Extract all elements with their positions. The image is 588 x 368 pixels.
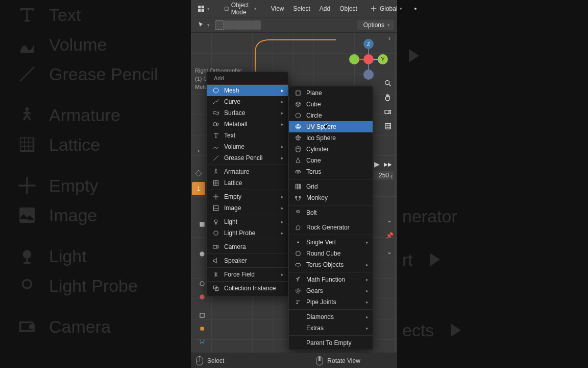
zoom-tool-icon[interactable] — [381, 77, 395, 90]
pivot-dropdown[interactable] — [408, 3, 423, 14]
timeline-edge-icon[interactable]: ‹ — [387, 172, 396, 181]
menu-add[interactable]: Add — [316, 4, 333, 14]
add-menu-volume[interactable]: Volume — [207, 141, 288, 152]
tool-expand-icon[interactable]: › — [192, 144, 205, 157]
axis-x-icon[interactable] — [363, 54, 374, 64]
background-dimmed-left: Text Volume Grease Pencil Armature Latti… — [0, 0, 191, 368]
panel-collapse-2[interactable]: ⌄ — [385, 247, 394, 257]
ico-sphere-icon — [294, 134, 302, 142]
svg-point-38 — [296, 263, 301, 266]
add-menu-light[interactable]: Light — [207, 216, 288, 227]
bolt-icon — [294, 209, 302, 217]
add-menu-collection-instance[interactable]: Collection Instance — [207, 283, 288, 294]
prop-tab-modifiers[interactable] — [196, 323, 208, 335]
svg-rect-1 — [19, 208, 35, 223]
play-button-icon[interactable]: ▶ — [372, 160, 382, 168]
mesh-diamonds[interactable]: Diamonds — [289, 311, 373, 323]
torus-icon — [294, 168, 302, 176]
axis-y-icon[interactable]: Y — [378, 54, 388, 64]
prop-tab-physics[interactable] — [196, 336, 208, 348]
text-icon — [212, 131, 220, 140]
mesh-math-function[interactable]: Math Function — [289, 274, 373, 285]
mesh-parent-to-empty[interactable]: Parent To Empty — [289, 337, 373, 349]
add-menu-grease-pencil[interactable]: Grease Pencil — [207, 152, 288, 164]
add-menu-curve[interactable]: Curve — [207, 96, 288, 107]
math-icon — [294, 275, 302, 284]
add-menu-surface[interactable]: Surface — [207, 107, 288, 119]
svg-rect-23 — [213, 286, 216, 289]
add-menu-camera[interactable]: Camera — [207, 241, 288, 252]
add-menu-light-probe[interactable]: Light Probe — [207, 227, 288, 239]
mouse-left-icon — [196, 356, 203, 365]
add-menu-title: Add — [207, 72, 288, 85]
mesh-torus[interactable]: Torus — [289, 166, 373, 177]
mode-dropdown[interactable]: Object Mode▾ — [221, 0, 260, 17]
svg-point-18 — [215, 169, 216, 170]
mesh-plane[interactable]: Plane — [289, 87, 373, 99]
mesh-extras[interactable]: Extras — [289, 323, 373, 334]
add-menu-armature[interactable]: Armature — [207, 166, 288, 177]
mesh-monkey[interactable]: Monkey — [289, 192, 373, 203]
frame-1-marker[interactable]: 1 — [192, 182, 205, 195]
mesh-grid[interactable]: Grid — [289, 181, 373, 192]
panel-collapse-1[interactable]: ⌄ — [385, 216, 394, 225]
round-cube-icon — [294, 249, 302, 258]
axis-z-icon[interactable]: Z — [363, 39, 374, 49]
axis-neg-x-icon[interactable] — [349, 54, 359, 64]
header-toolbar-2: ▾ Options▾ — [191, 17, 397, 33]
navigation-gizmo[interactable]: Z Y — [349, 36, 388, 75]
mesh-circle[interactable]: Circle — [289, 110, 373, 121]
menu-view[interactable]: View — [268, 4, 287, 14]
status-rotate-label: Rotate View — [327, 357, 360, 364]
armature-icon — [212, 168, 220, 176]
add-menu-text[interactable]: Text — [207, 130, 288, 141]
mesh-round-cube[interactable]: Round Cube — [289, 248, 373, 259]
svg-rect-22 — [213, 245, 217, 248]
panel-pin-icon[interactable]: 📌 — [385, 231, 394, 240]
orientation-dropdown[interactable]: Global▾ — [366, 3, 405, 14]
mesh-cube[interactable]: Cube — [289, 99, 373, 110]
perspective-toggle-icon[interactable] — [381, 120, 395, 133]
add-menu-metaball[interactable]: Metaball — [207, 119, 288, 130]
mesh-cone[interactable]: Cone — [289, 155, 373, 166]
add-menu-force-field[interactable]: Force Field — [207, 269, 288, 280]
svg-point-2 — [23, 250, 32, 259]
menu-select[interactable]: Select — [290, 4, 313, 14]
menu-object[interactable]: Object — [336, 4, 360, 14]
mesh-rock-generator[interactable]: Rock Generator — [289, 222, 373, 233]
mesh-cylinder[interactable]: Cylinder — [289, 144, 373, 155]
add-menu-empty[interactable]: Empty — [207, 191, 288, 202]
keyframe-tool-icon[interactable] — [192, 167, 205, 180]
axis-neg-z-icon[interactable] — [363, 70, 374, 80]
mesh-bolt[interactable]: Bolt — [289, 207, 373, 218]
add-menu-mesh[interactable]: Mesh — [207, 85, 288, 96]
svg-point-21 — [214, 231, 218, 235]
svg-point-7 — [385, 81, 389, 85]
camera-view-icon[interactable] — [381, 105, 395, 119]
speaker-icon — [212, 257, 220, 265]
svg-point-32 — [297, 171, 300, 172]
mesh-ico-sphere[interactable]: Ico Sphere — [289, 132, 373, 144]
add-menu-lattice[interactable]: Lattice — [207, 177, 288, 189]
svg-rect-19 — [213, 205, 218, 210]
mesh-single-vert[interactable]: Single Vert — [289, 237, 373, 248]
mesh-gears[interactable]: Gears — [289, 285, 373, 296]
empty-icon — [212, 193, 220, 201]
select-mode-buttons[interactable] — [215, 20, 261, 30]
add-menu-speaker[interactable]: Speaker — [207, 255, 288, 266]
options-dropdown[interactable]: Options▾ — [357, 20, 394, 30]
svg-point-12 — [200, 282, 204, 286]
play-reverse-icon[interactable]: ▶▶ — [382, 162, 394, 167]
pan-tool-icon[interactable] — [381, 91, 395, 104]
add-menu-image[interactable]: Image — [207, 202, 288, 214]
editor-type-dropdown[interactable]: ▾ — [194, 3, 213, 14]
prop-tab-object[interactable] — [196, 309, 208, 321]
mesh-pipe-joints[interactable]: Pipe Joints — [289, 296, 373, 308]
svg-point-13 — [200, 294, 204, 299]
panel-toggle-icon[interactable]: ‹ — [385, 34, 394, 43]
svg-rect-9 — [385, 124, 391, 129]
rock-icon — [294, 223, 302, 232]
mesh-torus-objects[interactable]: Torus Objects — [289, 259, 373, 270]
camera-icon — [212, 243, 220, 251]
select-tool-dropdown[interactable]: ▾ — [194, 19, 213, 31]
